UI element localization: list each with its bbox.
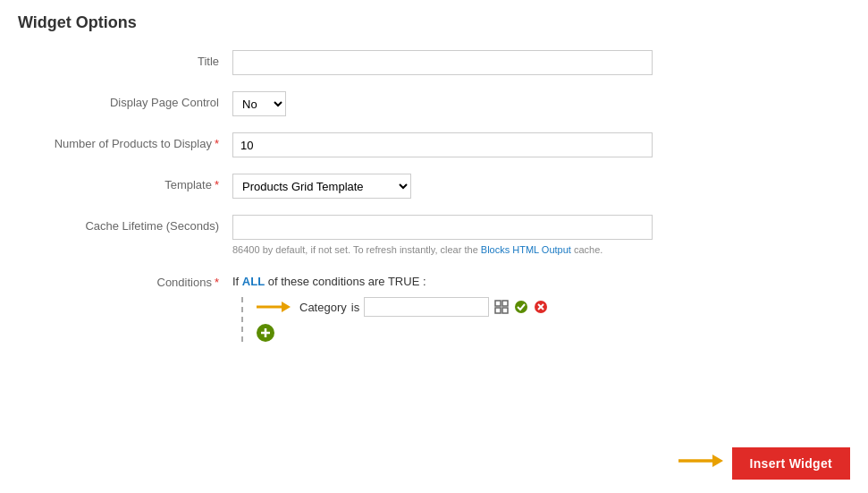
svg-marker-13 bbox=[712, 455, 723, 467]
title-label: Title bbox=[18, 50, 232, 68]
condition-icons bbox=[493, 299, 549, 315]
template-row: Template* Products Grid Template bbox=[18, 174, 850, 199]
display-page-row: Display Page Control No Yes bbox=[18, 91, 850, 116]
svg-point-6 bbox=[515, 301, 527, 313]
page-container: Widget Options Title Display Page Contro… bbox=[0, 0, 868, 412]
condition-category-text: Category bbox=[299, 301, 347, 314]
display-page-select-wrapper: No Yes bbox=[232, 91, 286, 116]
display-page-control: No Yes bbox=[232, 91, 850, 116]
svg-rect-3 bbox=[502, 301, 508, 306]
condition-category-row: Category is bbox=[257, 297, 850, 317]
template-required-marker: * bbox=[215, 178, 219, 191]
display-page-label: Display Page Control bbox=[18, 91, 232, 109]
svg-rect-5 bbox=[502, 308, 508, 313]
cache-hint: 86400 by default, if not set. To refresh… bbox=[232, 244, 850, 255]
conditions-required-marker: * bbox=[215, 276, 219, 289]
cache-input[interactable] bbox=[232, 215, 653, 240]
template-select-wrapper: Products Grid Template bbox=[232, 174, 411, 199]
condition-check-icon[interactable] bbox=[513, 299, 529, 315]
num-products-label: Number of Products to Display* bbox=[18, 132, 232, 150]
svg-rect-4 bbox=[495, 308, 501, 313]
insert-arrow-icon bbox=[678, 451, 723, 476]
add-condition-button[interactable] bbox=[257, 324, 274, 342]
condition-category-input[interactable] bbox=[364, 297, 489, 317]
page-title: Widget Options bbox=[18, 9, 850, 32]
title-control bbox=[232, 50, 850, 75]
conditions-all-link[interactable]: ALL bbox=[242, 275, 265, 288]
template-select[interactable]: Products Grid Template bbox=[232, 174, 411, 199]
conditions-control: If ALL of these conditions are TRUE : Ca… bbox=[232, 275, 850, 342]
conditions-row: Conditions* If ALL of these conditions a… bbox=[18, 271, 850, 342]
insert-btn-container: Insert Widget bbox=[678, 447, 850, 480]
add-condition-row bbox=[257, 324, 850, 342]
conditions-header: If ALL of these conditions are TRUE : bbox=[232, 275, 850, 288]
conditions-label: Conditions* bbox=[18, 271, 232, 289]
conditions-body: Category is bbox=[241, 297, 850, 342]
condition-is-text: is bbox=[351, 301, 359, 314]
condition-grid-icon[interactable] bbox=[493, 299, 510, 315]
arrow-svg bbox=[257, 298, 291, 316]
insert-widget-button[interactable]: Insert Widget bbox=[732, 447, 850, 480]
template-label: Template* bbox=[18, 174, 232, 191]
display-page-select[interactable]: No Yes bbox=[232, 91, 286, 116]
title-row: Title bbox=[18, 50, 850, 75]
cache-row: Cache Lifetime (Seconds) 86400 by defaul… bbox=[18, 215, 850, 255]
svg-marker-1 bbox=[282, 302, 291, 312]
title-input[interactable] bbox=[232, 50, 653, 75]
cache-hint-link[interactable]: Blocks HTML Output bbox=[481, 244, 571, 255]
cache-label: Cache Lifetime (Seconds) bbox=[18, 215, 232, 233]
condition-remove-icon[interactable] bbox=[533, 299, 549, 315]
cache-control: 86400 by default, if not set. To refresh… bbox=[232, 215, 850, 255]
svg-rect-2 bbox=[495, 301, 501, 306]
required-marker: * bbox=[215, 137, 219, 150]
template-control: Products Grid Template bbox=[232, 174, 850, 199]
condition-arrow-icon bbox=[257, 298, 291, 316]
num-products-row: Number of Products to Display* bbox=[18, 132, 850, 157]
num-products-control bbox=[232, 132, 850, 157]
num-products-input[interactable] bbox=[232, 132, 653, 157]
